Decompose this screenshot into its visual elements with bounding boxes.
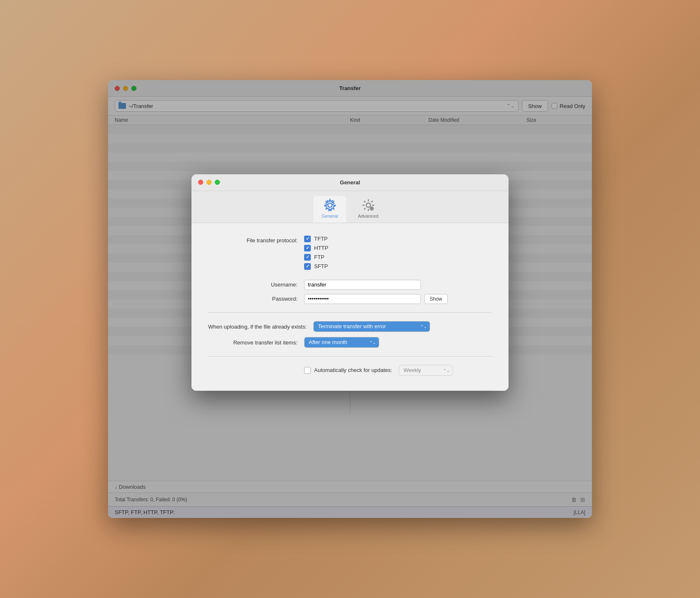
remove-items-field: After one month After one week After one… bbox=[304, 337, 492, 348]
tab-advanced[interactable]: Advanced bbox=[350, 196, 387, 223]
http-row: HTTP bbox=[304, 245, 492, 251]
http-checkbox[interactable] bbox=[304, 245, 311, 251]
protocol-section: File transfer protocol: TFTP HTTP bbox=[208, 236, 492, 270]
upload-exists-label: When uploading, if the file already exis… bbox=[208, 322, 313, 331]
modal-overlay: General General bbox=[108, 80, 592, 518]
protocol-row: File transfer protocol: TFTP HTTP bbox=[208, 236, 492, 270]
password-input[interactable] bbox=[304, 294, 421, 304]
ftp-checkbox[interactable] bbox=[304, 254, 311, 261]
remove-items-select[interactable]: After one month After one week After one… bbox=[304, 337, 379, 348]
auto-update-inner: Automatically check for updates: Weekly … bbox=[304, 365, 492, 376]
divider1 bbox=[208, 312, 492, 313]
username-input[interactable] bbox=[304, 280, 421, 290]
sftp-label: SFTP bbox=[314, 263, 328, 269]
gear-icon-active bbox=[323, 198, 337, 212]
auto-update-text: Automatically check for updates: bbox=[314, 367, 392, 373]
protocol-checkboxes: TFTP HTTP FTP bbox=[304, 236, 492, 270]
upload-select-wrapper: Terminate transfer with error Overwrite … bbox=[313, 321, 430, 332]
sftp-checkbox[interactable] bbox=[304, 263, 311, 270]
upload-exists-field: Terminate transfer with error Overwrite … bbox=[313, 321, 492, 332]
main-window: Transfer ~/Transfer ⌃⌄ Show Read Only Na… bbox=[108, 80, 592, 518]
username-field-wrapper bbox=[304, 280, 492, 290]
sftp-row: SFTP bbox=[304, 263, 492, 270]
auto-update-field: Automatically check for updates: Weekly … bbox=[304, 365, 492, 376]
modal-traffic-lights bbox=[198, 180, 220, 185]
remove-items-row: Remove transfer list items: After one mo… bbox=[208, 337, 492, 348]
modal-minimize-button[interactable] bbox=[206, 180, 212, 185]
frequency-select-wrapper: Weekly Daily Monthly ⌃⌄ bbox=[399, 365, 453, 376]
tftp-label: TFTP bbox=[314, 236, 328, 242]
ftp-row: FTP bbox=[304, 254, 492, 261]
modal-title-bar: General bbox=[191, 174, 509, 191]
username-row: Username: bbox=[208, 280, 492, 290]
auto-update-checkbox[interactable] bbox=[304, 367, 311, 374]
password-field-wrapper: Show bbox=[304, 294, 492, 304]
auto-update-label-placeholder bbox=[208, 370, 304, 371]
modal-maximize-button[interactable] bbox=[215, 180, 220, 185]
frequency-select[interactable]: Weekly Daily Monthly bbox=[399, 365, 453, 376]
modal-dialog: General General bbox=[191, 174, 509, 391]
tab-advanced-label: Advanced bbox=[358, 214, 378, 219]
gear-icon-advanced bbox=[362, 198, 375, 212]
divider2 bbox=[208, 356, 492, 357]
modal-toolbar: General Advanced bbox=[191, 191, 509, 223]
password-label: Password: bbox=[208, 294, 304, 303]
password-row-inner: Show bbox=[304, 294, 492, 304]
auto-update-row: Automatically check for updates: Weekly … bbox=[208, 365, 492, 376]
password-row: Password: Show bbox=[208, 294, 492, 304]
remove-items-label: Remove transfer list items: bbox=[208, 338, 304, 347]
http-label: HTTP bbox=[314, 245, 328, 251]
svg-point-1 bbox=[366, 203, 370, 207]
tab-general-label: General bbox=[322, 214, 338, 219]
tftp-row: TFTP bbox=[304, 236, 492, 242]
svg-point-0 bbox=[328, 203, 332, 207]
protocol-label: File transfer protocol: bbox=[208, 236, 304, 245]
tab-general[interactable]: General bbox=[313, 196, 346, 223]
modal-title: General bbox=[340, 179, 360, 186]
username-label: Username: bbox=[208, 280, 304, 289]
upload-exists-row: When uploading, if the file already exis… bbox=[208, 321, 492, 332]
tftp-checkbox[interactable] bbox=[304, 236, 311, 242]
modal-content: File transfer protocol: TFTP HTTP bbox=[191, 223, 509, 391]
upload-exists-select[interactable]: Terminate transfer with error Overwrite … bbox=[313, 321, 430, 332]
show-password-button[interactable]: Show bbox=[424, 294, 448, 304]
ftp-label: FTP bbox=[314, 254, 325, 260]
modal-close-button[interactable] bbox=[198, 180, 203, 185]
remove-select-wrapper: After one month After one week After one… bbox=[304, 337, 379, 348]
